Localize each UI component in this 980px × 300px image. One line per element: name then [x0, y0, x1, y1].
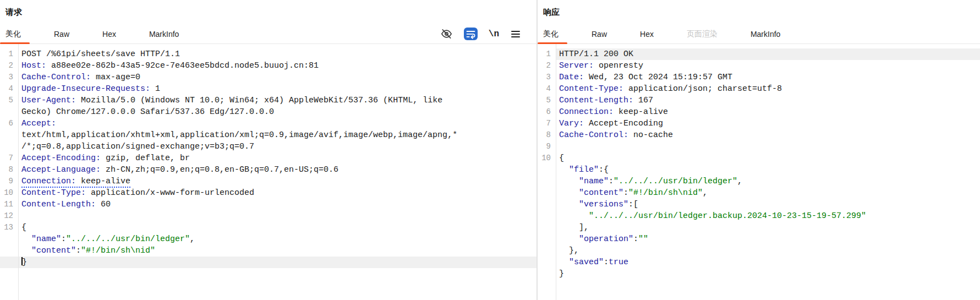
code-line[interactable]: }	[18, 257, 536, 268]
code-line[interactable]: "../../../usr/bin/ledger.backup.2024-10-…	[556, 210, 980, 222]
response-editor[interactable]: 1HTTP/1.1 200 OK2Server: openresty3Date:…	[538, 44, 980, 300]
word-wrap-icon[interactable]	[464, 28, 478, 40]
tab-美化[interactable]: 美化	[0, 24, 30, 43]
tab-Hex[interactable]: Hex	[634, 24, 663, 43]
code-line[interactable]: Accept:	[18, 118, 536, 129]
code-line[interactable]: "content":"#!/bin/sh\nid"	[18, 245, 536, 257]
editor-row: 1HTTP/1.1 200 OK	[538, 48, 980, 60]
editor-row: "operation":""	[538, 233, 980, 245]
line-number: 5	[538, 95, 556, 106]
request-tabbar: 美化RawHexMarkInfo	[0, 24, 536, 44]
code-line[interactable]: Vary: Accept-Encoding	[556, 118, 980, 129]
code-line[interactable]: /*;q=0.8,application/signed-exchange;v=b…	[18, 141, 536, 152]
editor-row: 10{	[538, 152, 980, 164]
request-tabs: 美化RawHexMarkInfo	[0, 24, 188, 43]
editor-row: 1POST /%61pi/sheets/save HTTP/1.1	[0, 48, 536, 60]
line-number	[538, 164, 556, 176]
code-line[interactable]: Gecko) Chrome/127.0.0.0 Safari/537.36 Ed…	[18, 106, 536, 118]
code-line[interactable]: ],	[556, 222, 980, 233]
line-number: 10	[538, 152, 556, 164]
code-line[interactable]: "content":"#!/bin/sh\nid",	[556, 187, 980, 199]
code-line[interactable]: Content-Type: application/json; charset=…	[556, 83, 980, 95]
line-number: 1	[538, 48, 556, 60]
code-line[interactable]: Accept-Language: zh-CN,zh;q=0.9,en;q=0.8…	[18, 164, 536, 176]
tab-label: Raw	[54, 30, 69, 39]
tab-页面渲染: 页面渲染	[681, 24, 726, 43]
tab-Raw[interactable]: Raw	[586, 24, 616, 43]
code-line[interactable]: "operation":""	[556, 233, 980, 245]
menu-icon[interactable]	[510, 29, 521, 40]
line-number	[538, 257, 556, 268]
line-number	[0, 129, 18, 141]
tab-MarkInfo[interactable]: MarkInfo	[745, 24, 789, 43]
editor-row: 5User-Agent: Mozilla/5.0 (Windows NT 10.…	[0, 95, 536, 106]
code-line[interactable]: "versions":[	[556, 199, 980, 210]
tab-label: 美化	[6, 29, 21, 39]
code-line[interactable]: "saved":true	[556, 257, 980, 268]
tab-Raw[interactable]: Raw	[48, 24, 78, 43]
line-number: 4	[0, 83, 18, 95]
code-line[interactable]: "name":"../../../usr/bin/ledger",	[18, 233, 536, 245]
editor-row: 12	[0, 210, 536, 222]
code-line[interactable]: Connection: keep-alive	[18, 176, 536, 187]
tab-label: MarkInfo	[751, 30, 780, 39]
request-toolbar: \n	[440, 28, 536, 40]
code-line[interactable]	[18, 210, 536, 222]
code-line[interactable]: }	[556, 268, 980, 280]
line-number: 12	[0, 210, 18, 222]
line-number	[0, 106, 18, 118]
tab-label: Hex	[640, 30, 654, 39]
tab-Hex[interactable]: Hex	[97, 24, 125, 43]
code-line[interactable]: "file":{	[556, 164, 980, 176]
code-line[interactable]: Accept-Encoding: gzip, deflate, br	[18, 152, 536, 164]
line-number: 7	[0, 152, 18, 164]
code-line[interactable]: Content-Length: 167	[556, 95, 980, 106]
code-line[interactable]: HTTP/1.1 200 OK	[556, 48, 980, 60]
code-line[interactable]: Content-Length: 60	[18, 199, 536, 210]
marked-text: Connection: keep-alive	[21, 177, 130, 188]
line-number: 9	[0, 176, 18, 187]
editor-row: 7Accept-Encoding: gzip, deflate, br	[0, 152, 536, 164]
code-line[interactable]: "name":"../../../usr/bin/ledger",	[556, 176, 980, 187]
code-line[interactable]: Date: Wed, 23 Oct 2024 15:19:57 GMT	[556, 72, 980, 83]
code-line[interactable]: Cache-Control: no-cache	[556, 129, 980, 141]
code-line[interactable]: Cache-Control: max-age=0	[18, 72, 536, 83]
code-line[interactable]	[556, 141, 980, 152]
line-number	[538, 233, 556, 245]
editor-row: 8Accept-Language: zh-CN,zh;q=0.9,en;q=0.…	[0, 164, 536, 176]
line-number: 11	[0, 199, 18, 210]
line-number	[0, 245, 18, 257]
editor-row: text/html,application/xhtml+xml,applicat…	[0, 129, 536, 141]
line-number	[538, 187, 556, 199]
line-number: 4	[538, 83, 556, 95]
code-line[interactable]: Host: a88ee02e-862b-43a5-92ce-7e463ee5bd…	[18, 60, 536, 72]
editor-row: },	[538, 245, 980, 257]
line-number: 2	[538, 60, 556, 72]
http-packet-viewer: 请求 美化RawHexMarkInfo	[0, 0, 980, 300]
line-number: 10	[0, 187, 18, 199]
line-number: 7	[538, 118, 556, 129]
code-line[interactable]: Content-Type: application/x-www-form-url…	[18, 187, 536, 199]
code-line[interactable]: POST /%61pi/sheets/save HTTP/1.1	[18, 48, 536, 60]
code-line[interactable]: },	[556, 245, 980, 257]
eye-off-icon[interactable]	[440, 28, 453, 40]
editor-row: "saved":true	[538, 257, 980, 268]
editor-row: 2Server: openresty	[538, 60, 980, 72]
tab-MarkInfo[interactable]: MarkInfo	[144, 24, 188, 43]
code-line[interactable]: text/html,application/xhtml+xml,applicat…	[18, 129, 536, 141]
code-line[interactable]: Upgrade-Insecure-Requests: 1	[18, 83, 536, 95]
code-line[interactable]: Connection: keep-alive	[556, 106, 980, 118]
editor-row: 6Accept:	[0, 118, 536, 129]
tab-美化[interactable]: 美化	[538, 24, 567, 43]
code-line[interactable]: Server: openresty	[556, 60, 980, 72]
line-number	[538, 210, 556, 222]
editor-row: 3Cache-Control: max-age=0	[0, 72, 536, 83]
code-line[interactable]: {	[18, 222, 536, 233]
response-tabbar: 美化RawHex页面渲染MarkInfo	[538, 24, 980, 44]
code-line[interactable]: User-Agent: Mozilla/5.0 (Windows NT 10.0…	[18, 95, 536, 106]
newline-icon[interactable]: \n	[489, 29, 499, 39]
tab-label: Hex	[102, 30, 116, 39]
request-editor[interactable]: 1POST /%61pi/sheets/save HTTP/1.12Host: …	[0, 44, 536, 300]
code-line[interactable]: {	[556, 152, 980, 164]
line-number: 8	[538, 129, 556, 141]
